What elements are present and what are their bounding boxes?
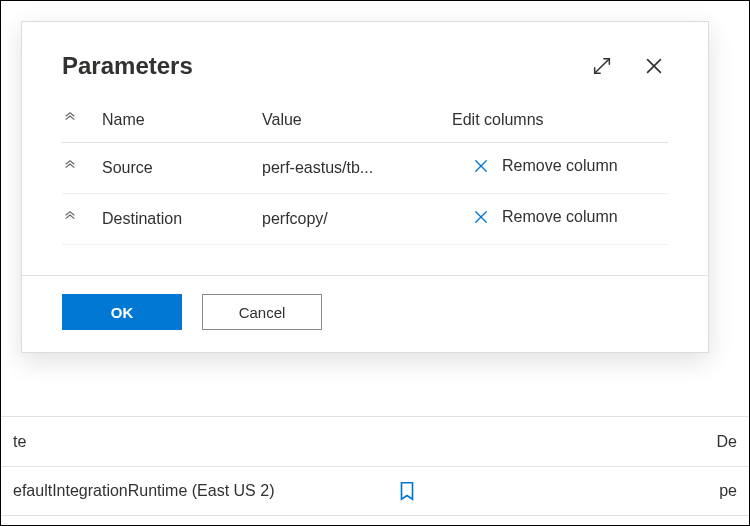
parameters-dialog: Parameters xyxy=(21,21,709,353)
bg-text-left: efaultIntegrationRuntime (East US 2) xyxy=(13,482,274,500)
table-row: Source perf-eastus/tb... Remove column xyxy=(62,143,668,194)
chevron-up-icon[interactable] xyxy=(62,158,78,178)
table-row: Destination perfcopy/ Remove column xyxy=(62,194,668,245)
cell-name: Source xyxy=(102,159,262,177)
background-row: te De xyxy=(1,416,749,466)
x-icon xyxy=(472,157,490,175)
table-header-row: Name Value Edit columns xyxy=(62,98,668,143)
x-icon xyxy=(472,208,490,226)
bg-text-right: pe xyxy=(719,482,737,500)
dialog-footer: OK Cancel xyxy=(22,275,708,352)
chevron-up-icon[interactable] xyxy=(62,209,78,229)
dialog-header: Parameters xyxy=(22,22,708,98)
background-row: efaultIntegrationRuntime (East US 2) pe xyxy=(1,466,749,516)
remove-column-button[interactable]: Remove column xyxy=(472,208,618,226)
cell-name: Destination xyxy=(102,210,262,228)
bg-text-right: De xyxy=(717,433,737,451)
header-name[interactable]: Name xyxy=(102,111,262,129)
bg-text-left: te xyxy=(13,433,26,451)
cell-value: perf-eastus/tb... xyxy=(262,159,452,177)
remove-column-label: Remove column xyxy=(502,208,618,226)
cell-value: perfcopy/ xyxy=(262,210,452,228)
cancel-button[interactable]: Cancel xyxy=(202,294,322,330)
parameters-table: Name Value Edit columns Source perf-east… xyxy=(22,98,708,275)
chevron-up-icon[interactable] xyxy=(62,110,78,130)
remove-column-button[interactable]: Remove column xyxy=(472,157,618,175)
dialog-title: Parameters xyxy=(62,52,588,80)
header-value[interactable]: Value xyxy=(262,111,452,129)
ok-button[interactable]: OK xyxy=(62,294,182,330)
expand-icon[interactable] xyxy=(588,52,616,80)
header-edit-columns[interactable]: Edit columns xyxy=(452,111,668,129)
close-icon[interactable] xyxy=(640,52,668,80)
remove-column-label: Remove column xyxy=(502,157,618,175)
bookmark-icon[interactable] xyxy=(396,480,418,502)
